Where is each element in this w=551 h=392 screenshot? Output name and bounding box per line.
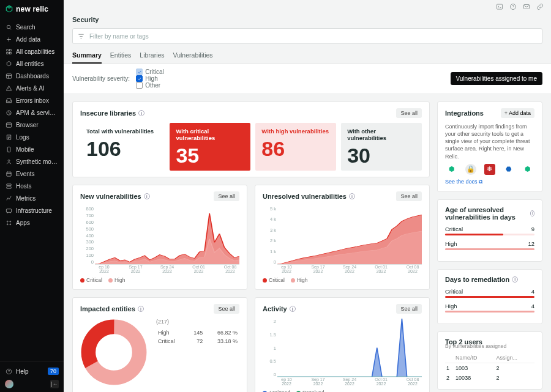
nav-item-add-data[interactable]: Add data [0, 33, 64, 45]
impacted-entities-card: Impacted entitiesi See all (217) High145… [72, 297, 247, 392]
feedback-icon[interactable] [523, 3, 530, 10]
severity-other[interactable]: Other [136, 82, 164, 89]
help-icon[interactable] [509, 3, 517, 10]
brand-logo[interactable]: new relic [0, 0, 64, 18]
main: Security SummaryEntitiesLibrariesVulnera… [64, 0, 551, 392]
severity-high[interactable]: High [136, 75, 164, 82]
info-icon[interactable]: i [290, 306, 296, 312]
integrations-desc: Continuously import findings from your o… [445, 123, 534, 160]
info-icon[interactable]: i [138, 110, 144, 116]
inbox-icon [5, 97, 12, 104]
info-icon[interactable]: i [138, 306, 144, 312]
card-title: New vulnerabilities [80, 193, 141, 200]
nav-item-apm-services[interactable]: APM & services [0, 106, 64, 119]
snyk-icon[interactable]: ❄ [484, 164, 495, 175]
card-title: Unresolved vulnerabilities [263, 193, 347, 200]
svg-rect-10 [6, 172, 10, 176]
see-all-button[interactable]: See all [396, 191, 422, 201]
tab-vulnerabilities[interactable]: Vulnerabilities [173, 49, 213, 63]
newrelic-icon[interactable]: ⬢ [522, 164, 533, 175]
nav-item-hosts[interactable]: Hosts [0, 180, 64, 192]
checkbox[interactable] [136, 68, 143, 75]
nav-label: Hosts [16, 183, 32, 190]
tile-label: With high vulnerabilities [261, 128, 330, 135]
nav-item-synthetic-monitoring[interactable]: Synthetic monitoring [0, 155, 64, 168]
shield-icon[interactable]: 🔒 [465, 164, 476, 175]
newrelic-icon[interactable]: ⬢ [446, 164, 457, 175]
table-row[interactable]: 2100382 [445, 373, 534, 383]
nav-item-search[interactable]: Search [0, 21, 64, 33]
stat-tile: With other vulnerabilities30 [341, 123, 422, 171]
tab-entities[interactable]: Entities [110, 49, 131, 63]
stat-tile: Total with vulnerabilities106 [80, 123, 165, 171]
info-icon[interactable]: i [512, 276, 518, 283]
svg-point-9 [8, 160, 10, 161]
filter-icon [78, 33, 84, 40]
search-icon [5, 23, 12, 31]
see-all-button[interactable]: See all [214, 191, 239, 201]
see-all-button[interactable]: See all [396, 304, 422, 314]
tab-summary[interactable]: Summary [72, 49, 102, 64]
severity-critical[interactable]: Critical [136, 68, 164, 75]
plus-icon [5, 35, 12, 43]
alert-icon [5, 84, 12, 92]
metric-row: Critical4 [445, 288, 534, 295]
nav-item-mobile[interactable]: Mobile [0, 143, 64, 155]
aqua-icon[interactable]: ⬣ [503, 164, 514, 175]
see-all-button[interactable]: See all [396, 108, 422, 118]
nav-item-errors-inbox[interactable]: Errors inbox [0, 94, 64, 106]
table-row[interactable]: 110032 [445, 363, 534, 373]
donut-chart [80, 319, 148, 386]
grid-icon [5, 48, 12, 55]
tab-libraries[interactable]: Libraries [140, 49, 164, 63]
nav-item-metrics[interactable]: Metrics [0, 192, 64, 204]
days-remediation-card: Days to remediationi Critical4High4 [437, 269, 542, 324]
age-card: Age of unresolved vulnerabilities in day… [437, 199, 542, 262]
nav-item-apps[interactable]: Apps [0, 216, 64, 229]
svg-rect-5 [6, 73, 11, 78]
cal-icon [5, 170, 12, 177]
info-icon[interactable]: i [349, 193, 355, 199]
checkbox[interactable] [136, 75, 143, 82]
integrations-card: Integrations + Add data Continuously imp… [437, 102, 542, 192]
help-link[interactable]: Help 70 [5, 365, 59, 377]
nav-item-all-capabilities[interactable]: All capabilities [0, 45, 64, 57]
see-docs-link[interactable]: See the docs ⧉ [445, 179, 482, 185]
see-all-button[interactable]: See all [214, 304, 239, 314]
tile-value: 106 [86, 138, 159, 159]
nav-label: Metrics [16, 195, 36, 202]
collapse-sidebar-icon[interactable]: |← [50, 380, 59, 388]
browser-icon [5, 121, 12, 128]
assigned-to-me-button[interactable]: Vulnerabilities assigned to me [451, 72, 542, 85]
nav-item-browser[interactable]: Browser [0, 119, 64, 131]
avatar[interactable] [5, 380, 13, 388]
svg-point-15 [9, 221, 10, 222]
nav-item-logs[interactable]: Logs [0, 131, 64, 143]
filter-input[interactable] [89, 33, 537, 40]
card-title: Integrations [445, 109, 484, 117]
metric-row: High12 [445, 240, 534, 247]
nav-label: Errors inbox [16, 97, 49, 104]
share-icon[interactable] [536, 3, 544, 10]
nav-item-infrastructure[interactable]: Infrastructure [0, 204, 64, 216]
nav-item-events[interactable]: Events [0, 168, 64, 180]
donut-legend: (217) High14566.82 % Critical7233.18 % [156, 319, 239, 346]
add-data-button[interactable]: + Add data [501, 108, 534, 118]
sidebar-footer: Help 70 |← [0, 361, 64, 392]
info-icon[interactable]: i [530, 210, 534, 216]
tile-label: With critical vulnerabilities [176, 128, 244, 141]
tile-value: 35 [176, 145, 244, 166]
top-users-card: Top 2 users By vulnerabilities assigned … [437, 331, 542, 390]
nav-label: Infrastructure [16, 207, 52, 214]
nav-item-dashboards[interactable]: Dashboards [0, 70, 64, 82]
filter-bar[interactable] [72, 28, 542, 44]
apps-icon [5, 219, 12, 226]
nav-item-alerts-ai[interactable]: Alerts & AI [0, 82, 64, 94]
checkbox[interactable] [136, 82, 143, 89]
nav-label: APM & services [16, 109, 59, 116]
terminal-icon[interactable] [496, 3, 503, 10]
info-icon[interactable]: i [144, 193, 150, 199]
help-icon [5, 368, 12, 375]
nav-item-all-entities[interactable]: All entities [0, 57, 64, 70]
nav-label: Synthetic monitoring [16, 158, 59, 165]
